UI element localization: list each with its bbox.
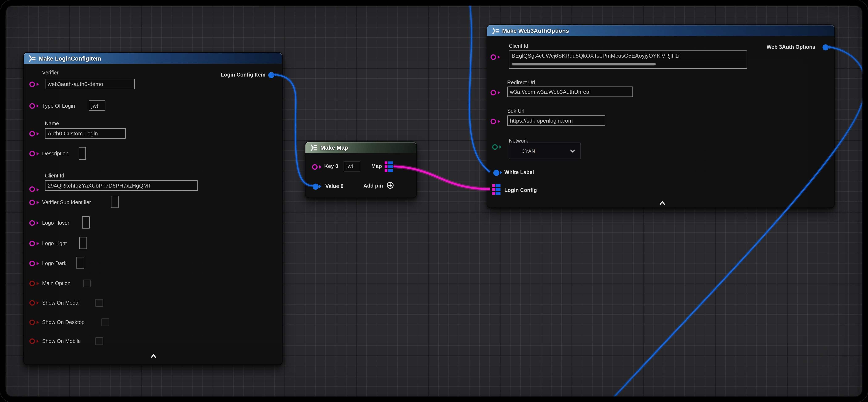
pin-wedge-icon: [36, 301, 39, 305]
pin-label-logo-dark: Logo Dark: [42, 260, 67, 266]
pin-wedge-icon: [36, 321, 39, 324]
redirect-url-pin[interactable]: [491, 90, 496, 95]
show-on-modal-pin[interactable]: [29, 300, 35, 305]
pin-label-show-on-modal: Show On Modal: [42, 299, 80, 306]
pin-wedge-icon: [497, 91, 500, 94]
pin-label-description: Description: [42, 150, 68, 156]
pin-wedge-icon: [36, 188, 39, 191]
pin-wedge-icon: [319, 184, 321, 188]
logo-dark-pin[interactable]: [29, 260, 35, 266]
pin-wedge-icon: [319, 165, 321, 169]
pin-wedge-icon: [497, 120, 500, 123]
main-option-pin[interactable]: [29, 281, 35, 286]
verifier-sub-identifier-pin[interactable]: [29, 200, 35, 205]
web3auth-options-output-pin[interactable]: [823, 44, 829, 50]
make-map-icon: [310, 144, 317, 151]
pin-label-login-config: Login Config: [504, 187, 537, 193]
network-pin[interactable]: [492, 144, 498, 149]
client-id-pin[interactable]: [29, 186, 35, 192]
map-output-pin[interactable]: [384, 162, 393, 172]
show-on-desktop-pin[interactable]: [29, 319, 35, 325]
client-id-input[interactable]: BEglQSgt4cUWcj6SKRdu5QkOXTsePmMcusG5EAoy…: [509, 51, 747, 69]
output-pin-label: Login Config Item: [221, 71, 266, 78]
pin-label-name: Name: [45, 120, 59, 126]
verifier-input[interactable]: web3auth-auth0-demo: [45, 79, 135, 89]
offscreen-node-bottom-edge: [261, 0, 438, 3]
pin-label-verifier: Verifier: [42, 69, 59, 76]
white-label-pin[interactable]: [493, 169, 499, 176]
sdk-url-input[interactable]: https://sdk.openlogin.com: [507, 115, 605, 126]
client-id-text: BEglQSgt4cUWcj6SKRdu5QkOXTsePmMcusG5EAoy…: [512, 53, 679, 59]
collapse-node-chevron-icon[interactable]: [659, 201, 666, 205]
main-option-checkbox[interactable]: [83, 280, 91, 287]
node-make-map[interactable]: Make Map Key 0 jwt Map Value 0 Add pin: [305, 142, 417, 198]
pin-wedge-icon: [36, 132, 39, 135]
pin-label-client-id: Client Id: [45, 173, 64, 179]
pin-wedge-icon: [36, 201, 39, 204]
pin-wedge-icon: [36, 242, 39, 245]
add-pin-label[interactable]: Add pin: [361, 182, 383, 189]
pin-label-map: Map: [364, 163, 382, 169]
node-header[interactable]: Make Map: [305, 142, 416, 153]
pin-wedge-icon: [36, 340, 39, 343]
show-on-mobile-pin[interactable]: [29, 338, 35, 344]
client-id-pin[interactable]: [491, 54, 496, 59]
pin-wedge-icon: [36, 282, 39, 285]
show-on-mobile-checkbox[interactable]: [95, 337, 103, 345]
key-0-input[interactable]: jwt: [344, 161, 360, 171]
node-make-login-config-item[interactable]: Make LoginConfigItem Login Config Item V…: [23, 52, 283, 365]
show-on-desktop-checkbox[interactable]: [101, 318, 109, 326]
pin-label-verifier-sub-identifier: Verifier Sub Identifier: [42, 199, 91, 205]
blueprint-graph-canvas[interactable]: Make LoginConfigItem Login Config Item V…: [0, 0, 868, 402]
description-input[interactable]: [79, 147, 86, 160]
node-title: Make Web3AuthOptions: [502, 27, 569, 34]
pin-label-show-on-desktop: Show On Desktop: [42, 319, 85, 325]
node-header[interactable]: Make LoginConfigItem: [24, 53, 282, 64]
client-id-input[interactable]: 294QRkchfq2YaXUbPri7D6PH7xzHgQMT: [45, 180, 198, 191]
logo-dark-input[interactable]: [76, 257, 84, 269]
output-pin-label: Web 3Auth Options: [767, 44, 815, 50]
pin-label-value-0: Value 0: [326, 183, 343, 189]
name-pin[interactable]: [29, 131, 35, 136]
show-on-modal-checkbox[interactable]: [95, 299, 103, 307]
pin-label-main-option: Main Option: [42, 280, 70, 286]
pin-label-redirect-url: Redirect Url: [507, 79, 535, 85]
description-pin[interactable]: [29, 150, 35, 156]
verifier-sub-identifier-input[interactable]: [111, 196, 119, 208]
pin-label-show-on-mobile: Show On Mobile: [42, 338, 81, 344]
value-0-pin[interactable]: [313, 183, 319, 190]
node-header[interactable]: Make Web3AuthOptions: [487, 25, 834, 36]
pin-wedge-icon: [36, 104, 39, 108]
pin-label-type-of-login: Type Of Login: [42, 103, 75, 109]
login-config-pin[interactable]: [492, 184, 501, 195]
key-0-pin[interactable]: [312, 164, 317, 169]
node-make-web3auth-options[interactable]: Make Web3AuthOptions Web 3Auth Options C…: [487, 24, 835, 208]
pin-label-client-id: Client Id: [509, 43, 528, 49]
type-of-login-pin[interactable]: [29, 103, 35, 108]
pin-label-logo-light: Logo Light: [42, 240, 67, 246]
pin-wedge-icon: [36, 262, 39, 265]
type-of-login-input[interactable]: jwt: [89, 100, 105, 111]
client-id-scrollbar[interactable]: [512, 63, 656, 65]
pin-wedge-icon: [829, 45, 832, 49]
pin-label-key-0: Key 0: [324, 163, 338, 169]
network-dropdown[interactable]: CYAN: [509, 143, 581, 159]
redirect-url-input[interactable]: w3a://com.w3a.Web3AuthUnreal: [507, 87, 633, 97]
sdk-url-pin[interactable]: [491, 118, 496, 124]
pin-wedge-icon: [500, 171, 502, 174]
node-title: Make Map: [320, 144, 348, 151]
verifier-pin[interactable]: [29, 81, 35, 87]
logo-hover-input[interactable]: [82, 217, 90, 229]
login-config-item-output-pin[interactable]: [268, 72, 274, 78]
add-pin-icon[interactable]: [386, 181, 394, 189]
pin-wedge-icon: [499, 145, 501, 149]
pin-wedge-icon: [275, 73, 277, 76]
logo-light-input[interactable]: [79, 237, 87, 249]
network-selected-value: CYAN: [522, 148, 570, 153]
collapse-node-chevron-icon[interactable]: [150, 354, 157, 358]
chevron-down-icon: [570, 149, 575, 153]
logo-light-pin[interactable]: [29, 240, 35, 246]
make-struct-icon: [28, 55, 35, 62]
name-input[interactable]: Auth0 Custom Login: [45, 128, 126, 139]
logo-hover-pin[interactable]: [29, 220, 35, 225]
